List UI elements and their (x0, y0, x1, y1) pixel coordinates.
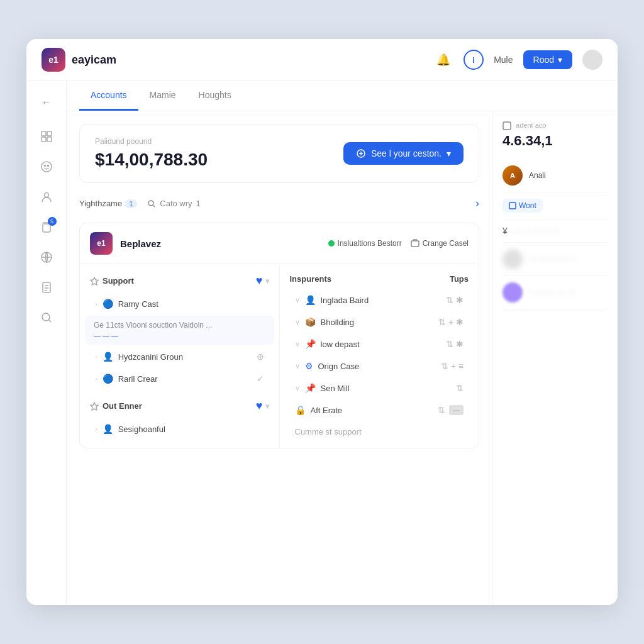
svg-marker-15 (91, 277, 98, 285)
chevron-down-icon: ∨ (295, 340, 300, 348)
nav-tabs: Accounts Mamie Houghts (67, 81, 618, 111)
sidebar-item-search[interactable] (34, 305, 59, 330)
chevron-right-icon: › (95, 300, 97, 308)
list-item-ses[interactable]: › 👤 Sesighoanful (85, 418, 274, 440)
chevron-down-icon: ▾ (558, 55, 562, 65)
user-avatar[interactable] (582, 50, 602, 70)
sidebar-item-dashboard[interactable] (34, 124, 59, 149)
status-badge: Inslualtions Bestorr (328, 239, 402, 248)
sidebar-item-clipboard[interactable]: 5 (34, 214, 59, 240)
account-name: Beplavez (120, 238, 161, 249)
logo-area: e1 eayicam (42, 48, 116, 72)
list-item-ramy[interactable]: › 🔵 Ramy Cast (85, 293, 274, 314)
filter-name: Yighthzame 1 (79, 199, 137, 208)
sidebar-item-user[interactable] (34, 184, 59, 209)
svg-rect-0 (42, 131, 46, 136)
card-col-left: Support ♥ ▾ › 🔵 (80, 264, 280, 448)
see-customer-button[interactable]: See l your ceston. ▾ (343, 142, 464, 165)
back-button[interactable]: ← (35, 91, 58, 114)
right-panel: adent aco 4.6.34,1 A Anali Wont (492, 111, 618, 605)
bell-button[interactable]: 🔔 (433, 50, 453, 70)
app-window: e1 eayicam 🔔 i Mule Rood ▾ ← (26, 39, 618, 605)
list-item-inglada[interactable]: ∨ 👤 Inglada Baird ⇅ ✱ (285, 289, 474, 311)
right-panel-item-anali: A Anali (502, 159, 608, 192)
blurred-avatar-2 (502, 282, 523, 303)
stats-label: Paiidund poound (95, 137, 208, 146)
sidebar-item-smile[interactable] (34, 154, 59, 179)
svg-rect-1 (47, 131, 52, 136)
chevron-down-icon: ∨ (295, 296, 300, 304)
list-item-hydz[interactable]: › 👤 Hydzcanini Groun ⊕ (85, 346, 274, 367)
filter-row: Yighthzame 1 Cato wry 1 › (79, 193, 479, 214)
wont-chip[interactable]: Wont (502, 199, 543, 213)
svg-rect-2 (42, 137, 46, 142)
case-badge: Crange Casel (411, 239, 469, 248)
list-item-aft-erate[interactable]: 🔒 Aft Erate ⇅ — (285, 399, 474, 421)
chevron-right-icon: › (95, 353, 97, 360)
status-green-dot (328, 240, 335, 247)
svg-point-13 (148, 201, 153, 206)
stats-value: $14,00,788.30 (95, 150, 208, 170)
right-stat-value: 4.6.34,1 (502, 133, 608, 149)
blurred-value: — — — — — (514, 226, 560, 235)
page-body: Paiidund poound $14,00,788.30 See l your… (67, 111, 618, 605)
right-col-header: Inspurents Tups (280, 269, 479, 289)
svg-rect-14 (411, 241, 419, 247)
stats-card: Paiidund poound $14,00,788.30 See l your… (79, 124, 479, 183)
svg-point-11 (42, 313, 50, 321)
list-item-sen-mill[interactable]: ∨ 📌 Sen Mill ⇅ (285, 377, 474, 399)
chevron-down-icon: ∨ (295, 384, 300, 392)
blurred-name: — — — — — (529, 255, 575, 264)
blurred-avatar (502, 249, 523, 269)
chevron-right-icon: › (95, 375, 97, 382)
chevron-down-icon: ∨ (295, 318, 300, 326)
svg-point-5 (44, 165, 45, 167)
account-badges: Inslualtions Bestorr Crange Casel (328, 239, 469, 248)
svg-point-6 (47, 165, 48, 167)
tab-mamie[interactable]: Mamie (138, 81, 187, 111)
list-item-low-depast[interactable]: ∨ 📌 low depast ⇅ ✱ (285, 333, 474, 355)
header: e1 eayicam 🔔 i Mule Rood ▾ (26, 39, 618, 81)
chevron-down-icon: ∨ (295, 362, 300, 370)
right-panel-item-blurred2: — — — — — (502, 276, 608, 309)
blurred-name-2: — — — — — (529, 288, 575, 297)
right-stat: adent aco 4.6.34,1 (502, 121, 608, 149)
stats-info: Paiidund poound $14,00,788.30 (95, 137, 208, 170)
svg-rect-17 (503, 122, 511, 130)
sidebar-item-document[interactable] (34, 275, 59, 300)
currency-symbol: ¥ (502, 226, 508, 236)
category-count: 1 (196, 199, 201, 208)
svg-marker-16 (91, 402, 98, 410)
chevron-down-icon: ▾ (447, 148, 451, 158)
name-count: 1 (125, 199, 137, 208)
entry-sub: Ge 11cts Viooni souction Valdoln ... — —… (85, 316, 274, 345)
left-col-header-2: Out Enner ♥ ▾ (80, 394, 279, 418)
chevron-right-icon: › (95, 425, 97, 433)
list-item-orign[interactable]: ∨ ⚙ Orign Case ⇅ + ≡ (285, 355, 474, 377)
filter-expand[interactable]: › (475, 197, 479, 210)
list-item-bhollding[interactable]: ∨ 📦 Bhollding ⇅ + ✱ (285, 311, 474, 333)
list-item-raril[interactable]: › 🔵 Raril Crear ✓ (85, 368, 274, 389)
list-item-cumme[interactable]: Cumme st support (285, 421, 474, 442)
tab-houghts[interactable]: Houghts (187, 81, 243, 111)
main-panel: Paiidund poound $14,00,788.30 See l your… (67, 111, 492, 605)
body-layout: ← 5 (26, 81, 618, 605)
main-content: Accounts Mamie Houghts Paiidund poound $… (67, 81, 618, 605)
sidebar: ← 5 (26, 81, 67, 605)
right-stat-label: adent aco (502, 121, 608, 130)
info-button[interactable]: i (464, 50, 484, 70)
right-panel-item-chip: Wont (502, 192, 608, 219)
account-card: e1 Beplavez Inslualtions Bestorr Crange … (79, 223, 479, 448)
card-columns: Support ♥ ▾ › 🔵 (80, 264, 479, 448)
filter-category[interactable]: Cato wry 1 (147, 199, 201, 208)
account-avatar: e1 (90, 232, 113, 255)
rood-button[interactable]: Rood ▾ (523, 50, 572, 69)
card-col-right: Inspurents Tups ∨ 👤 Inglada Baird ⇅ ✱ (280, 264, 479, 448)
svg-point-7 (44, 193, 48, 197)
account-card-header: e1 Beplavez Inslualtions Bestorr Crange … (80, 223, 479, 264)
left-col-header: Support ♥ ▾ (80, 269, 279, 292)
mule-label: Mule (494, 55, 513, 65)
app-name: eayicam (72, 53, 116, 67)
sidebar-item-globe[interactable] (34, 245, 59, 270)
tab-accounts[interactable]: Accounts (79, 81, 138, 111)
